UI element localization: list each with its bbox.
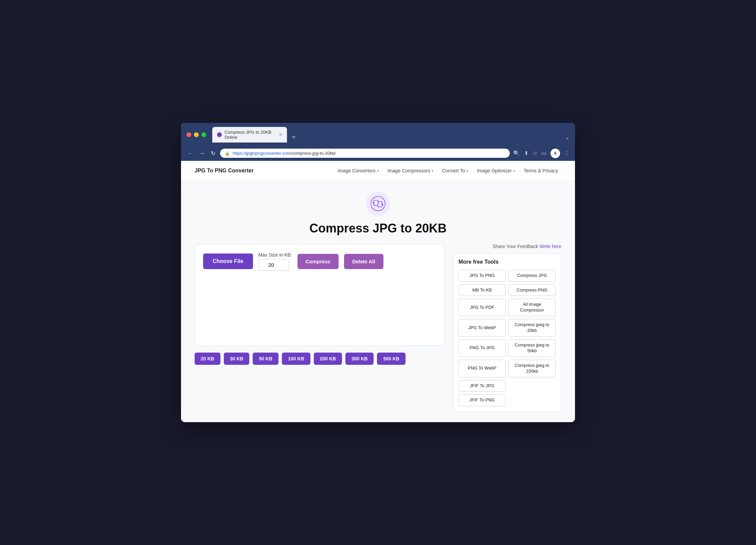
feedback-row: Share Your Feedback Write here	[453, 244, 561, 249]
url-prefix: https://jpgtopngconverter.com	[233, 151, 291, 156]
tool-link-button[interactable]: Compress jpeg to 50kb	[508, 339, 556, 357]
forward-button[interactable]: →	[198, 149, 206, 158]
chevron-down-icon: ▾	[432, 169, 433, 173]
profile-button[interactable]: X	[551, 149, 560, 158]
converter-controls: Choose File Max Size in KB: Compress Del…	[203, 252, 436, 271]
tab-title: Compress JPG to 20KB Online	[224, 130, 276, 140]
size-preset-button[interactable]: 30 KB	[224, 353, 250, 365]
more-tools-title: More free Tools	[458, 259, 556, 265]
sidebar-button[interactable]: ▭	[541, 150, 546, 156]
size-preset-button[interactable]: 50 KB	[253, 353, 278, 365]
chevron-down-icon: ▾	[377, 169, 379, 173]
new-tab-button[interactable]: +	[288, 132, 299, 142]
bookmark-button[interactable]: ☆	[533, 150, 537, 156]
browser-tabs-row: Compress JPG to 20KB Online ✕ + ⌄	[212, 127, 570, 143]
nav-terms-privacy[interactable]: Terms & Privacy	[520, 166, 561, 175]
nav-image-converters[interactable]: Image Converters ▾	[334, 166, 382, 175]
compress-button[interactable]: Compress	[298, 254, 339, 269]
tool-link-button[interactable]: JPG To PDF	[458, 299, 506, 316]
close-dot[interactable]	[186, 132, 191, 137]
tool-icon-wrap	[195, 191, 561, 216]
tool-link-button[interactable]: JPG To PNG	[458, 270, 506, 282]
more-tools-panel: More free Tools JPG To PNGCompress JPGMB…	[453, 253, 561, 412]
size-preset-button[interactable]: 500 KB	[377, 353, 405, 365]
tool-link-button[interactable]: Compress PNG	[508, 284, 556, 296]
drop-area[interactable]	[203, 276, 436, 337]
tool-link-button[interactable]: Compress jpeg to 100kb	[508, 360, 556, 377]
lock-icon: 🔒	[225, 151, 230, 156]
max-size-label: Max Size in KB:	[258, 252, 292, 258]
tool-link-button[interactable]: All Image Compressor	[508, 299, 556, 316]
size-preset-button[interactable]: 100 KB	[282, 353, 310, 365]
tools-grid: JPG To PNGCompress JPGMB To KBCompress P…	[458, 270, 556, 407]
browser-titlebar: Compress JPG to 20KB Online ✕ + ⌄	[181, 123, 575, 146]
tab-close-button[interactable]: ✕	[279, 132, 282, 137]
size-preset-button[interactable]: 20 KB	[195, 353, 220, 365]
feedback-link[interactable]: Write here	[540, 244, 561, 249]
tool-icon-circle	[366, 191, 390, 216]
search-button[interactable]: 🔍	[513, 150, 520, 156]
content-columns: Choose File Max Size in KB: Compress Del…	[195, 244, 561, 412]
right-column: Share Your Feedback Write here More free…	[453, 244, 561, 412]
navbar-brand[interactable]: JPG To PNG Converter	[195, 168, 254, 174]
page-content: JPG To PNG Converter Image Converters ▾ …	[181, 161, 575, 422]
tab-favicon	[217, 132, 222, 137]
max-size-group: Max Size in KB:	[258, 252, 292, 271]
size-preset-button[interactable]: 200 KB	[314, 353, 342, 365]
nav-convert-to[interactable]: Convert To ▾	[439, 166, 471, 175]
tool-link-button[interactable]: MB To KB	[458, 284, 506, 296]
chevron-down-icon: ▾	[466, 169, 468, 173]
url-path: /compress-jpg-to-20kb/	[291, 151, 336, 156]
svg-rect-2	[378, 202, 382, 207]
maximize-dot[interactable]	[201, 132, 206, 137]
tool-link-button[interactable]: JPG To WebP	[458, 319, 506, 337]
max-size-input[interactable]	[258, 259, 289, 271]
compress-icon	[371, 196, 385, 211]
chevron-down-icon: ▾	[513, 169, 515, 173]
url-text: https://jpgtopngconverter.com/compress-j…	[233, 151, 336, 156]
menu-button[interactable]: ⋮	[564, 150, 570, 156]
tool-link-button[interactable]: JFIF To PNG	[458, 394, 506, 406]
minimize-dot[interactable]	[194, 132, 199, 137]
left-column: Choose File Max Size in KB: Compress Del…	[195, 244, 445, 365]
converter-box: Choose File Max Size in KB: Compress Del…	[195, 244, 445, 346]
tool-link-button[interactable]: Compress jpeg to 20kb	[508, 319, 556, 337]
tool-link-button[interactable]: PNG To JPG	[458, 339, 506, 357]
browser-window: Compress JPG to 20KB Online ✕ + ⌄ ← → ↻ …	[181, 123, 575, 422]
delete-all-button[interactable]: Delete All	[344, 254, 383, 269]
size-presets: 20 KB30 KB50 KB100 KB200 KB300 KB500 KB	[195, 353, 445, 365]
browser-dots-row: Compress JPG to 20KB Online ✕ + ⌄	[186, 127, 570, 143]
reload-button[interactable]: ↻	[210, 149, 217, 158]
share-button[interactable]: ⬆	[524, 150, 528, 156]
choose-file-button[interactable]: Choose File	[203, 253, 253, 269]
page-title: Compress JPG to 20KB	[195, 221, 561, 236]
browser-addressbar: ← → ↻ 🔒 https://jpgtopngconverter.com/co…	[181, 146, 575, 161]
browser-actions: 🔍 ⬆ ☆ ▭ X ⋮	[513, 149, 570, 158]
nav-image-optimizer[interactable]: Image Optimizer ▾	[473, 166, 518, 175]
active-tab[interactable]: Compress JPG to 20KB Online ✕	[212, 127, 287, 143]
svg-rect-1	[374, 200, 378, 206]
back-button[interactable]: ←	[186, 149, 195, 158]
main-area: Compress JPG to 20KB Choose File Max Siz…	[181, 181, 575, 422]
size-preset-button[interactable]: 300 KB	[345, 353, 374, 365]
navbar-menu: Image Converters ▾ Image Compressors ▾ C…	[334, 166, 561, 175]
tool-link-button[interactable]: PNG To WebP	[458, 360, 506, 377]
tabs-chevron: ⌄	[565, 134, 570, 140]
address-bar[interactable]: 🔒 https://jpgtopngconverter.com/compress…	[220, 149, 510, 158]
tool-link-button[interactable]: JFIF To JPG	[458, 380, 506, 392]
nav-image-compressors[interactable]: Image Compressors ▾	[384, 166, 437, 175]
tool-link-button[interactable]: Compress JPG	[508, 270, 556, 282]
navbar: JPG To PNG Converter Image Converters ▾ …	[181, 161, 575, 181]
feedback-text: Share Your Feedback	[492, 244, 540, 249]
